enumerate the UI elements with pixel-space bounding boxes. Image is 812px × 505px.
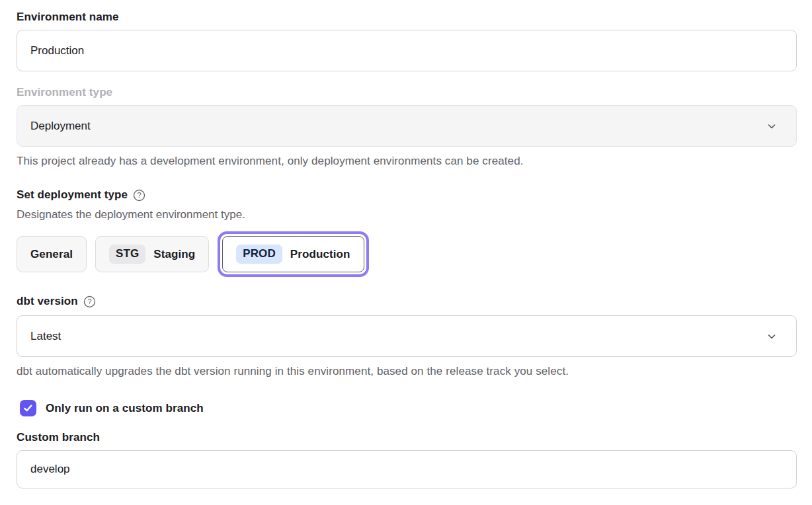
deployment-type-description: Designates the deployment environment ty… xyxy=(17,208,797,221)
general-button-label: General xyxy=(30,248,73,261)
production-badge: PROD xyxy=(236,245,282,264)
environment-name-label: Environment name xyxy=(17,11,797,24)
environment-type-select[interactable]: Deployment xyxy=(17,105,797,147)
deployment-type-label: Set deployment type xyxy=(17,188,128,202)
staging-badge: STG xyxy=(109,245,145,264)
custom-branch-checkbox[interactable] xyxy=(20,400,36,416)
environment-type-value: Deployment xyxy=(30,120,91,133)
environment-settings-form: Environment name Environment type Deploy… xyxy=(0,0,812,488)
dbt-version-value: Latest xyxy=(30,330,61,343)
deployment-type-production-button[interactable]: PROD Production xyxy=(222,236,364,272)
dbt-version-helper: dbt automatically upgrades the dbt versi… xyxy=(17,365,797,378)
checkmark-icon xyxy=(23,403,33,413)
environment-type-helper: This project already has a development e… xyxy=(17,155,797,168)
production-button-label: Production xyxy=(290,248,350,261)
production-selected-ring: PROD Production xyxy=(218,231,368,277)
custom-branch-checkbox-label: Only run on a custom branch xyxy=(46,402,204,415)
svg-text:?: ? xyxy=(87,297,91,305)
custom-branch-input[interactable] xyxy=(17,450,797,488)
deployment-type-staging-button[interactable]: STG Staging xyxy=(95,236,209,272)
deployment-type-general-button[interactable]: General xyxy=(17,236,87,272)
help-icon[interactable]: ? xyxy=(133,189,145,202)
dbt-version-select[interactable]: Latest xyxy=(17,315,797,357)
deployment-type-options: General STG Staging PROD Production xyxy=(17,231,797,277)
chevron-down-icon xyxy=(766,331,777,342)
environment-type-label: Environment type xyxy=(17,86,797,99)
dbt-version-label: dbt version xyxy=(17,295,78,308)
staging-button-label: Staging xyxy=(153,248,195,261)
custom-branch-label: Custom branch xyxy=(17,431,797,444)
svg-text:?: ? xyxy=(138,191,142,199)
environment-name-input[interactable] xyxy=(17,30,797,71)
help-icon[interactable]: ? xyxy=(83,295,96,308)
chevron-down-icon xyxy=(766,121,777,132)
